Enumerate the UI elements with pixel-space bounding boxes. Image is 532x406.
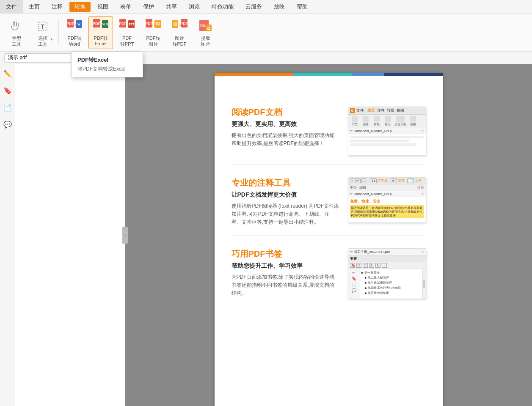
menu-convert[interactable]: 转换 — [69, 2, 91, 12]
menu-form[interactable]: 表单 — [114, 0, 137, 13]
pdf-color-bar — [215, 73, 443, 76]
image-pdf-icon: 🖼 → PDF — [171, 18, 188, 35]
pdf-to-ppt-label: PDF转PPT — [120, 36, 134, 47]
pdf-section-annotate-subtitle: 让PDF文档发挥更大价值 — [232, 191, 339, 199]
color-bar-darkblue — [384, 73, 443, 76]
extract-icon: PDF 🖼 — [197, 18, 214, 35]
pdf-section-annotate-title: 专业的注释工具 — [232, 177, 339, 189]
pdf-thumb-bookmark: ✏ 员工手册_20120917.pdf ✕ 书签 🔖 □ □ A A — [348, 248, 426, 299]
svg-text:XLS: XLS — [102, 23, 108, 26]
menu-file[interactable]: 文件 — [0, 0, 23, 13]
pdf-page: 阅读PDF文档 更强大、更实用、更高效 拥有出色的文档渲染效果,强大的页面管理功… — [215, 73, 443, 406]
pdf-to-excel-label: PDF转Excel — [94, 36, 108, 47]
svg-text:W: W — [77, 23, 80, 26]
pdf-word-icon: PDF → W — [66, 18, 83, 35]
pdf-section-read-subtitle: 更强大、更实用、更高效 — [232, 121, 339, 128]
menu-cloud[interactable]: 云服务 — [240, 0, 268, 13]
menu-share[interactable]: 共享 — [160, 0, 183, 13]
pdf-section-bookmark: 巧用PDF书签 帮助您提升工作、学习效率 为PDF页面添加书签,除了实现内容的快… — [232, 236, 426, 307]
menu-browse[interactable]: 浏览 — [183, 0, 206, 13]
pencil-tool-icon[interactable]: ✏️ — [2, 68, 14, 80]
pdf-to-word-label: PDF转Word — [68, 36, 82, 47]
image-to-pdf-button[interactable]: 🖼 → PDF 图片转PDF — [167, 16, 192, 49]
left-panel: › — [15, 64, 125, 406]
select-dropdown-arrow: ▼ — [50, 38, 53, 41]
pdf-to-excel-dropdown: PDF转Excel 将PDF文档转成Excel — [71, 52, 143, 77]
pdf-section-bookmark-title: 巧用PDF书签 — [232, 248, 339, 260]
menu-annotate[interactable]: 注释 — [46, 0, 69, 13]
toolbar-separator-1 — [58, 20, 59, 45]
pdf-section-annotate: 专业的注释工具 让PDF文档发挥更大价值 使用福昕PDF阅读器 (foxit r… — [232, 165, 426, 236]
pdf-section-bookmark-subtitle: 帮助您提升工作、学习效率 — [232, 262, 339, 270]
pdf-to-excel-button[interactable]: PDF → XLS PDF转Excel — [88, 16, 113, 49]
menu-present[interactable]: 放映 — [268, 0, 291, 13]
pdf-thumb-read: G 文件 主页 注释 转换 视图 手型 — [348, 107, 426, 156]
pdf-to-word-button[interactable]: PDF → W PDF转Word — [62, 16, 87, 49]
collapse-panel-button[interactable]: › — [122, 227, 128, 244]
bookmark-panel-icon[interactable]: 🔖 — [2, 85, 14, 96]
pdf-thumb-annotate: T ✏ □ TT 打字机 A↑ 高亮 📄 — [348, 177, 426, 223]
menu-bar: 文件 主页 注释 转换 视图 表单 保护 共享 浏览 特色功能 云服务 放映 帮… — [0, 0, 532, 14]
pdf-image-icon: PDF → 🖼 — [145, 18, 162, 35]
menu-view[interactable]: 视图 — [91, 0, 114, 13]
pdf-excel-icon: PDF → XLS — [92, 18, 109, 35]
pdf-to-image-label: PDF转图片 — [146, 36, 160, 47]
extract-image-button[interactable]: PDF 🖼 提取图片 — [193, 16, 218, 49]
dropdown-description: 将PDF文档转成Excel — [77, 66, 137, 73]
pdf-section-read-text: 拥有出色的文档渲染效果,强大的页面管理功能, 帮助提升效率,是您阅读PDF的理想… — [232, 132, 339, 148]
pdf-section-read-title: 阅读PDF文档 — [232, 107, 339, 118]
dropdown-title: PDF转Excel — [77, 56, 137, 64]
color-bar-blue — [352, 73, 383, 76]
pages-panel-icon[interactable]: 📄 — [2, 102, 14, 113]
pdf-scroll-area[interactable]: 阅读PDF文档 更强大、更实用、更高效 拥有出色的文档渲染效果,强大的页面管理功… — [125, 64, 532, 406]
menu-home[interactable]: 主页 — [23, 0, 46, 13]
collapse-arrow-icon: › — [125, 233, 126, 237]
pdf-ppt-icon: PDF → PPT — [119, 18, 135, 35]
menu-features[interactable]: 特色功能 — [206, 0, 240, 13]
pdf-section-annotate-text: 使用福昕PDF阅读器 (foxit reader) 为PDF文件添加注释,可对P… — [232, 202, 339, 227]
menu-help[interactable]: 帮助 — [291, 0, 314, 13]
svg-text:🖼: 🖼 — [156, 22, 160, 26]
pdf-section-bookmark-text: 为PDF页面添加书签,除了实现内容的快速导航,书签还能指明不同书签的层级关系,展… — [232, 273, 339, 298]
svg-text:PPT: PPT — [129, 23, 135, 26]
svg-text:🖼: 🖼 — [207, 26, 210, 30]
image-to-pdf-label: 图片转PDF — [173, 36, 187, 47]
main-layout: ✏️ 🔖 📄 💬 › — [0, 64, 532, 406]
pdf-to-image-button[interactable]: PDF → 🖼 PDF转图片 — [141, 16, 165, 49]
select-tool-label: 选择工具 — [38, 36, 47, 47]
select-icon: T — [34, 18, 51, 35]
svg-text:PDF: PDF — [180, 22, 187, 26]
extract-image-label: 提取图片 — [201, 36, 210, 47]
svg-text:T: T — [41, 23, 45, 30]
color-bar-teal — [293, 73, 353, 76]
menu-protect[interactable]: 保护 — [137, 0, 160, 13]
pdf-viewer: 阅读PDF文档 更强大、更实用、更高效 拥有出色的文档渲染效果,强大的页面管理功… — [125, 64, 532, 406]
color-bar-orange — [215, 73, 293, 76]
hand-tool-label: 手型工具 — [12, 36, 21, 47]
hand-tool-button[interactable]: 手型工具 — [4, 16, 29, 49]
comments-panel-icon[interactable]: 💬 — [2, 118, 14, 130]
select-tool-button[interactable]: T 选择工具 ▼ — [30, 16, 55, 49]
left-sidebar: ✏️ 🔖 📄 💬 — [0, 64, 15, 406]
pdf-to-ppt-button[interactable]: PDF → PPT PDF转PPT — [115, 16, 139, 49]
pdf-section-read: 阅读PDF文档 更强大、更实用、更高效 拥有出色的文档渲染效果,强大的页面管理功… — [232, 94, 426, 165]
hand-icon — [8, 18, 25, 35]
toolbar: 手型工具 T 选择工具 ▼ PDF → W PDF转Word — [0, 14, 532, 52]
